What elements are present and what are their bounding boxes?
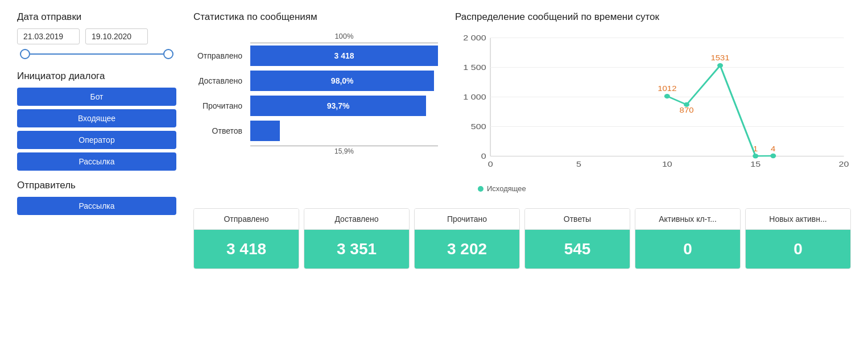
btn-sender-mailing[interactable]: Рассылка bbox=[17, 197, 176, 215]
btn-operator[interactable]: Оператор bbox=[17, 131, 176, 149]
line-chart-title: Распределение сообщений по времени суток bbox=[455, 11, 851, 23]
date-to-input[interactable] bbox=[85, 28, 148, 44]
stat-value-active-clients: 0 bbox=[635, 230, 740, 268]
charts-row: Статистика по сообщениям 100% Отправлено… bbox=[193, 11, 851, 197]
stat-value-sent: 3 418 bbox=[194, 230, 299, 268]
bar-track-replies bbox=[250, 121, 438, 141]
stat-card-delivered: Доставлено 3 351 bbox=[304, 208, 410, 269]
svg-point-16 bbox=[664, 94, 670, 98]
stat-header-new-active: Новых активн... bbox=[746, 209, 850, 230]
svg-text:1: 1 bbox=[753, 145, 758, 153]
bar-fill-sent: 3 418 bbox=[250, 46, 438, 66]
line-chart-svg: 2 000 1 500 1 000 500 0 0 5 10 15 bbox=[455, 32, 851, 180]
bottom-line bbox=[250, 146, 438, 146]
initiator-title: Инициатор диалога bbox=[17, 71, 176, 82]
btn-bot[interactable]: Бот bbox=[17, 88, 176, 106]
svg-text:20: 20 bbox=[839, 160, 849, 168]
bar-label-replies: Ответов bbox=[193, 126, 250, 135]
bar-fill-read: 93,7% bbox=[250, 96, 426, 116]
bar-row-replies: Ответов bbox=[193, 121, 438, 141]
date-slider[interactable] bbox=[17, 49, 176, 59]
stat-card-read: Прочитано 3 202 bbox=[414, 208, 520, 269]
bar-fill-replies bbox=[250, 121, 280, 141]
top-line bbox=[250, 43, 438, 43]
content-area: Статистика по сообщениям 100% Отправлено… bbox=[193, 11, 851, 269]
svg-text:1012: 1012 bbox=[658, 85, 676, 93]
stat-value-read: 3 202 bbox=[415, 230, 519, 268]
btn-mailing[interactable]: Рассылка bbox=[17, 152, 176, 171]
svg-text:1531: 1531 bbox=[710, 54, 729, 62]
stat-card-sent: Отправлено 3 418 bbox=[193, 208, 299, 269]
bar-top-label: 100% bbox=[250, 32, 438, 40]
bottom-stats: Отправлено 3 418 Доставлено 3 351 Прочит… bbox=[193, 208, 851, 269]
stat-header-active-clients: Активных кл-т... bbox=[635, 209, 740, 230]
btn-incoming[interactable]: Входящее bbox=[17, 109, 176, 127]
svg-text:0: 0 bbox=[488, 160, 493, 168]
svg-text:500: 500 bbox=[471, 122, 486, 131]
svg-text:2 000: 2 000 bbox=[463, 34, 486, 42]
left-panel: Дата отправки Инициатор диалога Бот Вход… bbox=[17, 11, 176, 224]
svg-text:1 000: 1 000 bbox=[463, 93, 486, 101]
bar-fill-delivered: 98,0% bbox=[250, 71, 434, 91]
legend-dot-outgoing bbox=[478, 186, 483, 192]
stat-header-sent: Отправлено bbox=[194, 209, 299, 230]
stat-value-delivered: 3 351 bbox=[304, 230, 409, 268]
stat-header-read: Прочитано bbox=[415, 209, 519, 230]
sender-buttons: Рассылка bbox=[17, 197, 176, 215]
bar-label-delivered: Доставлено bbox=[193, 76, 250, 85]
stat-value-replies: 545 bbox=[525, 230, 630, 268]
svg-text:4: 4 bbox=[771, 145, 776, 153]
slider-left-handle[interactable] bbox=[20, 49, 30, 59]
svg-point-18 bbox=[717, 63, 723, 68]
stat-card-new-active: Новых активн... 0 bbox=[745, 208, 851, 269]
date-from-input[interactable] bbox=[17, 28, 80, 44]
line-chart-panel: Распределение сообщений по времени суток… bbox=[455, 11, 851, 197]
slider-right-handle[interactable] bbox=[163, 49, 173, 59]
bar-label-sent: Отправлено bbox=[193, 51, 250, 60]
svg-text:5: 5 bbox=[576, 160, 581, 168]
sender-title: Отправитель bbox=[17, 180, 176, 191]
svg-point-19 bbox=[753, 154, 758, 158]
stat-card-active-clients: Активных кл-т... 0 bbox=[635, 208, 741, 269]
bar-row-delivered: Доставлено 98,0% bbox=[193, 71, 438, 91]
chart-container: 2 000 1 500 1 000 500 0 0 5 10 15 bbox=[455, 32, 851, 197]
svg-text:10: 10 bbox=[662, 160, 672, 168]
date-title: Дата отправки bbox=[17, 11, 176, 23]
svg-point-20 bbox=[770, 154, 776, 158]
svg-text:0: 0 bbox=[481, 152, 486, 160]
legend-label-outgoing: Исходящее bbox=[487, 184, 526, 193]
date-row bbox=[17, 28, 176, 44]
stat-value-new-active: 0 bbox=[746, 230, 850, 268]
initiator-buttons: Бот Входящее Оператор Рассылка bbox=[17, 88, 176, 171]
bar-bottom-label: 15,9% bbox=[250, 147, 438, 155]
bar-track-read: 93,7% bbox=[250, 96, 438, 116]
stat-header-delivered: Доставлено bbox=[304, 209, 409, 230]
bar-row-sent: Отправлено 3 418 bbox=[193, 46, 438, 66]
bar-row-read: Прочитано 93,7% bbox=[193, 96, 438, 116]
bar-track-delivered: 98,0% bbox=[250, 71, 438, 91]
slider-track bbox=[30, 53, 163, 55]
stat-card-replies: Ответы 545 bbox=[524, 208, 630, 269]
main-layout: Дата отправки Инициатор диалога Бот Вход… bbox=[17, 11, 851, 269]
bar-chart-title: Статистика по сообщениям bbox=[193, 11, 438, 23]
svg-text:870: 870 bbox=[680, 107, 694, 115]
bar-label-read: Прочитано bbox=[193, 101, 250, 110]
bar-chart-panel: Статистика по сообщениям 100% Отправлено… bbox=[193, 11, 438, 155]
stat-header-replies: Ответы bbox=[525, 209, 630, 230]
bar-track-sent: 3 418 bbox=[250, 46, 438, 66]
svg-text:15: 15 bbox=[750, 160, 760, 168]
svg-text:1 500: 1 500 bbox=[463, 63, 486, 72]
chart-legend: Исходящее bbox=[455, 184, 851, 193]
